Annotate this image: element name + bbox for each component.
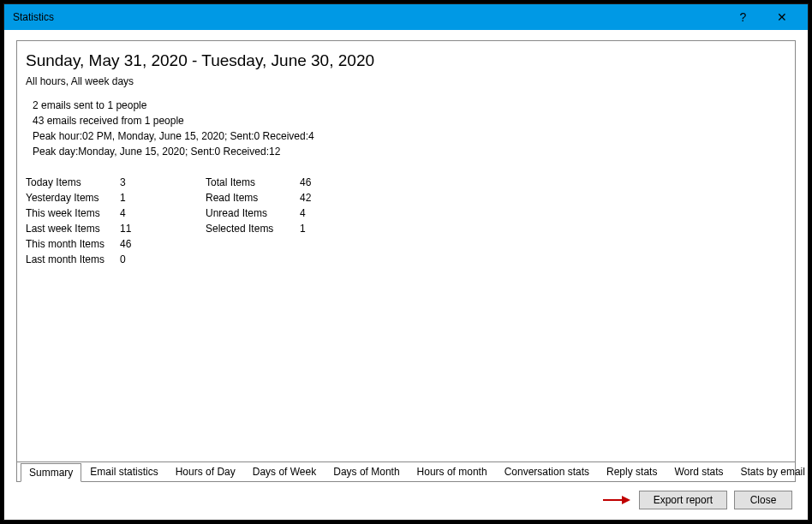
tab-reply-stats[interactable]: Reply stats — [598, 462, 666, 481]
close-button[interactable]: Close — [734, 491, 792, 509]
content-area: Sunday, May 31, 2020 - Tuesday, June 30,… — [4, 30, 808, 520]
titlebar: Statistics ? ✕ — [4, 4, 808, 30]
help-button[interactable]: ? — [724, 4, 762, 30]
export-report-button[interactable]: Export report — [639, 491, 727, 509]
stats-grid: Today Items Yesterday Items This week It… — [26, 175, 786, 267]
stat-value: 46 — [300, 175, 368, 190]
stat-label: Read Items — [206, 190, 300, 205]
statistics-window: Statistics ? ✕ Sunday, May 31, 2020 - Tu… — [3, 3, 809, 521]
summary-peak-day: Peak day:Monday, June 15, 2020; Sent:0 R… — [33, 144, 786, 159]
stat-label: This week Items — [26, 205, 120, 221]
stats-col-right: Total Items Read Items Unread Items Sele… — [206, 175, 368, 267]
tab-hours-of-month[interactable]: Hours of month — [409, 462, 496, 481]
tab-stats-by-email[interactable]: Stats by email address — [732, 462, 812, 481]
stat-value: 11 — [120, 221, 188, 236]
tab-word-stats[interactable]: Word stats — [666, 462, 731, 481]
svg-marker-1 — [622, 496, 630, 504]
stat-label: Yesterday Items — [26, 190, 120, 205]
arrow-icon — [601, 496, 630, 504]
summary-peak-hour: Peak hour:02 PM, Monday, June 15, 2020; … — [33, 128, 786, 144]
tabs-bar: Summary Email statistics Hours of Day Da… — [17, 462, 795, 481]
stat-label: Last month Items — [26, 252, 120, 267]
tab-days-of-week[interactable]: Days of Week — [244, 462, 325, 481]
main-panel: Sunday, May 31, 2020 - Tuesday, June 30,… — [16, 40, 796, 482]
panel-body: Sunday, May 31, 2020 - Tuesday, June 30,… — [17, 41, 795, 461]
stat-label: Last week Items — [26, 221, 120, 236]
filter-subheading: All hours, All week days — [26, 75, 786, 87]
tab-summary[interactable]: Summary — [21, 463, 81, 482]
summary-received: 43 emails received from 1 people — [33, 113, 786, 128]
tab-days-of-month[interactable]: Days of Month — [325, 462, 408, 481]
stat-value: 1 — [300, 221, 368, 236]
summary-sent: 2 emails sent to 1 people — [33, 98, 786, 113]
tab-hours-of-day[interactable]: Hours of Day — [167, 462, 244, 481]
stat-label: Selected Items — [206, 221, 300, 236]
stat-label: Total Items — [206, 175, 300, 190]
stat-value: 1 — [120, 190, 188, 205]
stat-value: 4 — [300, 205, 368, 221]
close-window-button[interactable]: ✕ — [762, 4, 801, 30]
stat-value: 0 — [120, 252, 188, 267]
close-icon: ✕ — [777, 10, 787, 24]
stats-col-left: Today Items Yesterday Items This week It… — [26, 175, 188, 267]
stat-label: Unread Items — [206, 205, 300, 221]
stat-value: 3 — [120, 175, 188, 190]
tab-email-statistics[interactable]: Email statistics — [81, 462, 166, 481]
stat-value: 4 — [120, 205, 188, 221]
stat-label: This month Items — [26, 236, 120, 252]
window-title: Statistics — [13, 11, 724, 23]
stat-value: 42 — [300, 190, 368, 205]
stat-value: 46 — [120, 236, 188, 252]
tab-conversation-stats[interactable]: Conversation stats — [496, 462, 598, 481]
footer: Export report Close — [16, 482, 796, 513]
date-range-heading: Sunday, May 31, 2020 - Tuesday, June 30,… — [26, 51, 786, 70]
stat-label: Today Items — [26, 175, 120, 190]
summary-lines: 2 emails sent to 1 people 43 emails rece… — [33, 98, 786, 159]
help-icon: ? — [740, 10, 747, 24]
